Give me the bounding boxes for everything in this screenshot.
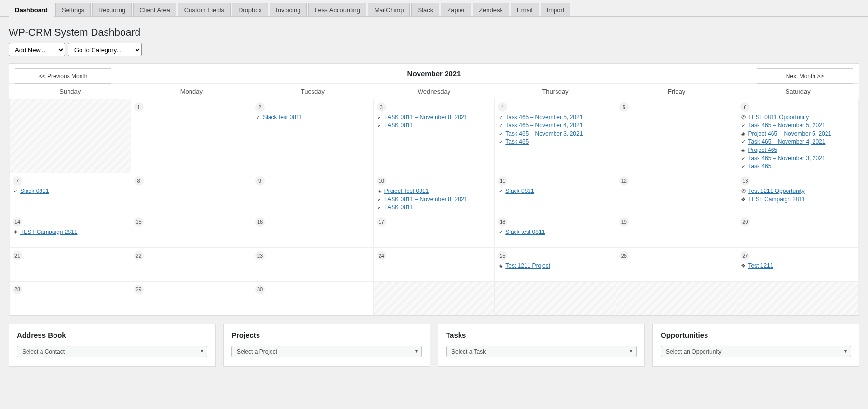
calendar-cell[interactable]: 12 xyxy=(616,173,737,214)
event-link[interactable]: Project Test 0811 xyxy=(384,188,429,194)
tab-settings[interactable]: Settings xyxy=(55,3,91,16)
event-link[interactable]: Test 1211 Project xyxy=(505,262,550,269)
calendar-event: ❖Test 1211 xyxy=(740,262,855,269)
day-number: 28 xyxy=(13,285,22,294)
event-link[interactable]: TEST 0811 Opportunity xyxy=(748,114,809,121)
calendar-cell[interactable]: 21 xyxy=(10,248,131,282)
day-number: 14 xyxy=(13,217,22,227)
tab-invoicing[interactable]: Invoicing xyxy=(270,3,307,16)
event-link[interactable]: Project 465 – November 5, 2021 xyxy=(748,130,831,137)
contact-select[interactable]: Select a Contact xyxy=(17,346,207,357)
event-link[interactable]: TEST Campaign 2811 xyxy=(20,229,78,235)
day-number: 12 xyxy=(619,176,629,186)
event-link[interactable]: Test 1211 Opportunity xyxy=(748,188,804,194)
calendar-cell[interactable]: 27❖Test 1211 xyxy=(737,248,859,282)
tab-client-area[interactable]: Client Area xyxy=(133,3,176,16)
event-link[interactable]: Project 465 xyxy=(748,147,777,153)
calendar-cell[interactable]: 28 xyxy=(10,282,131,315)
calendar-cell[interactable]: 16 xyxy=(252,214,374,248)
calendar-cell[interactable]: 17 xyxy=(373,214,495,248)
calendar-event: ❖TEST Campaign 2811 xyxy=(740,196,855,203)
calendar-cell[interactable]: 26 xyxy=(616,248,737,282)
tab-dashboard[interactable]: Dashboard xyxy=(9,3,54,17)
tab-email[interactable]: Email xyxy=(511,3,539,16)
dow-header: Tuesday xyxy=(252,84,374,99)
event-link[interactable]: Task 465 – November 4, 2021 xyxy=(505,122,583,129)
calendar-cell[interactable]: 20 xyxy=(737,214,859,248)
calendar-cell[interactable]: 22 xyxy=(131,248,252,282)
calendar-cell[interactable]: 10◈Project Test 0811✓TASK 0811 – Novembe… xyxy=(373,173,495,214)
calendar-cell[interactable]: 3✓TASK 0811 – November 8, 2021✓TASK 0811 xyxy=(373,99,495,173)
calendar-event: ✆Test 1211 Opportunity xyxy=(740,188,855,194)
calendar-cell[interactable]: 24 xyxy=(373,248,495,282)
calendar-grid: SundayMondayTuesdayWednesdayThursdayFrid… xyxy=(9,84,859,315)
event-link[interactable]: Slack 0811 xyxy=(505,188,534,194)
tab-zendesk[interactable]: Zendesk xyxy=(473,3,509,16)
tab-slack[interactable]: Slack xyxy=(411,3,439,16)
calendar-cell[interactable]: 9 xyxy=(252,173,374,214)
event-link[interactable]: TASK 0811 – November 8, 2021 xyxy=(384,114,468,121)
calendar-cell[interactable]: 29 xyxy=(131,282,252,315)
tab-dropbox[interactable]: Dropbox xyxy=(232,3,268,16)
event-link[interactable]: Task 465 xyxy=(748,163,771,170)
opportunity-icon: ✆ xyxy=(740,188,746,194)
calendar-event: ✓Task 465 – November 3, 2021 xyxy=(740,155,855,162)
event-link[interactable]: TASK 0811 xyxy=(384,204,413,211)
event-link[interactable]: Slack test 0811 xyxy=(505,229,545,235)
calendar-cell[interactable]: 6✆TEST 0811 Opportunity✓Task 465 – Novem… xyxy=(737,99,859,173)
next-month-button[interactable]: Next Month >> xyxy=(757,68,853,84)
event-link[interactable]: Slack test 0811 xyxy=(263,114,302,121)
event-link[interactable]: TASK 0811 xyxy=(384,122,413,129)
day-number: 16 xyxy=(255,217,265,227)
tab-custom-fields[interactable]: Custom Fields xyxy=(178,3,231,16)
go-to-category-select[interactable]: Go to Category... xyxy=(68,43,142,56)
nav-tabs: DashboardSettingsRecurringClient AreaCus… xyxy=(0,0,868,17)
day-number: 6 xyxy=(740,102,750,112)
page-title: WP-CRM System Dashboard xyxy=(9,21,859,43)
task-icon: ✓ xyxy=(740,155,746,162)
task-icon: ✓ xyxy=(498,123,503,129)
day-number: 4 xyxy=(498,102,507,112)
calendar-cell[interactable]: 18✓Slack test 0811 xyxy=(495,214,616,248)
event-link[interactable]: TASK 0811 – November 8, 2021 xyxy=(384,196,468,203)
event-link[interactable]: TEST Campaign 2811 xyxy=(748,196,805,203)
event-link[interactable]: Test 1211 xyxy=(748,262,773,269)
event-link[interactable]: Task 465 – November 5, 2021 xyxy=(748,122,825,129)
tab-less-accounting[interactable]: Less Accounting xyxy=(308,3,366,16)
calendar-cell[interactable]: 2✓Slack test 0811 xyxy=(252,99,374,173)
calendar-panel: << Previous Month November 2021 Next Mon… xyxy=(9,63,859,316)
calendar-cell[interactable]: 1 xyxy=(131,99,252,173)
event-link[interactable]: Task 465 – November 5, 2021 xyxy=(505,114,583,121)
day-number: 15 xyxy=(134,217,144,227)
calendar-cell[interactable]: 5 xyxy=(616,99,737,173)
event-link[interactable]: Task 465 – November 3, 2021 xyxy=(748,155,825,162)
task-select[interactable]: Select a Task xyxy=(446,346,637,357)
opportunities-box: Opportunities Select an Opportunity xyxy=(652,324,859,367)
event-link[interactable]: Task 465 – November 3, 2021 xyxy=(505,130,583,137)
tab-recurring[interactable]: Recurring xyxy=(92,3,132,16)
tab-mailchimp[interactable]: MailChimp xyxy=(368,3,410,16)
opportunity-select[interactable]: Select an Opportunity xyxy=(661,346,851,357)
calendar-cell[interactable]: 14❖TEST Campaign 2811 xyxy=(10,214,131,248)
tab-zapier[interactable]: Zapier xyxy=(441,3,471,16)
calendar-cell[interactable]: 11✓Slack 0811 xyxy=(495,173,616,214)
calendar-cell[interactable]: 4✓Task 465 – November 5, 2021✓Task 465 –… xyxy=(495,99,616,173)
calendar-event: ✓Slack 0811 xyxy=(498,188,613,194)
calendar-cell[interactable]: 19 xyxy=(616,214,737,248)
calendar-cell[interactable]: 25◈Test 1211 Project xyxy=(495,248,616,282)
dow-header: Friday xyxy=(616,84,737,99)
event-link[interactable]: Task 465 – November 4, 2021 xyxy=(748,138,825,145)
tab-import[interactable]: Import xyxy=(541,3,571,16)
calendar-cell[interactable]: 15 xyxy=(131,214,252,248)
calendar-cell[interactable]: 30 xyxy=(252,282,374,315)
event-link[interactable]: Slack 0811 xyxy=(20,188,49,194)
add-new-select[interactable]: Add New... xyxy=(9,43,65,56)
task-icon: ✓ xyxy=(498,114,503,121)
prev-month-button[interactable]: << Previous Month xyxy=(15,68,111,84)
calendar-cell[interactable]: 13✆Test 1211 Opportunity❖TEST Campaign 2… xyxy=(737,173,859,214)
calendar-cell[interactable]: 7✓Slack 0811 xyxy=(10,173,131,214)
event-link[interactable]: Task 465 xyxy=(505,138,529,145)
calendar-cell[interactable]: 23 xyxy=(252,248,374,282)
calendar-cell[interactable]: 8 xyxy=(131,173,252,214)
project-select[interactable]: Select a Project xyxy=(231,346,422,357)
